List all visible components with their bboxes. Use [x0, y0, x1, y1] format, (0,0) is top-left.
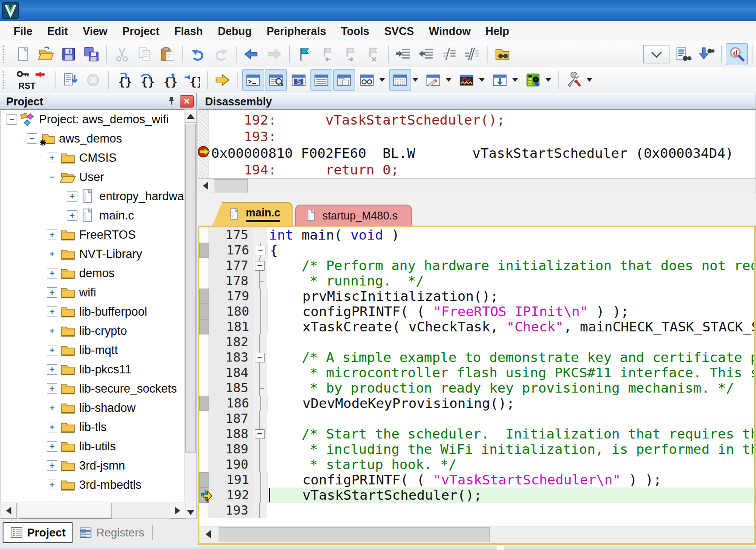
tab-project[interactable]: Project — [3, 522, 73, 543]
expand-toggle[interactable]: + — [47, 460, 57, 471]
disassembly-hscrollbar[interactable] — [198, 178, 756, 194]
step-out-button[interactable]: {} — [158, 69, 180, 91]
show-current-statement-button[interactable] — [212, 69, 233, 91]
registers-window-button[interactable] — [310, 69, 332, 91]
code-text[interactable]: * including the WiFi initialization, is … — [267, 442, 754, 457]
open-folder-button[interactable] — [35, 43, 57, 65]
dropdown-caret-icon[interactable] — [512, 78, 518, 82]
uncomment-button[interactable] — [461, 43, 483, 65]
callstack-window-button[interactable] — [333, 69, 355, 91]
project-tree-hscrollbar[interactable] — [0, 502, 186, 519]
toolbar-grip[interactable] — [3, 71, 8, 89]
expand-toggle[interactable]: + — [47, 249, 57, 259]
scroll-left-button[interactable] — [1, 503, 17, 519]
fold-collapse-toggle[interactable]: − — [255, 353, 265, 362]
tree-item-lib-utils[interactable]: +lib-utils — [0, 437, 186, 456]
scroll-right-button[interactable] — [170, 503, 185, 519]
find-in-files-doc-button[interactable] — [672, 43, 694, 65]
run-button[interactable] — [59, 69, 81, 91]
bookmark-prev-button[interactable] — [317, 43, 338, 65]
pin-icon[interactable] — [165, 95, 178, 108]
scroll-left-button[interactable] — [201, 527, 215, 541]
tree-item-freertos[interactable]: +FreeRTOS — [0, 225, 186, 244]
tree-item-lib-pkcs11[interactable]: +lib-pkcs11 — [0, 360, 186, 379]
debug-session-button[interactable]: d — [726, 43, 748, 65]
menu-svcs[interactable]: SVCS — [377, 21, 422, 41]
tree-item-lib-shadow[interactable]: +lib-shadow — [0, 398, 186, 418]
code-text[interactable]: vDevModeKeyProvisioning(); — [268, 396, 754, 411]
project-tree-vscrollbar[interactable] — [185, 109, 197, 519]
collapse-toggle[interactable]: − — [47, 172, 57, 182]
expand-toggle[interactable]: + — [47, 364, 57, 375]
tree-item-3rd-jsmn[interactable]: +3rd-jsmn — [0, 456, 186, 475]
stop-button[interactable] — [82, 69, 104, 91]
menu-flash[interactable]: Flash — [167, 21, 210, 41]
expand-toggle[interactable]: + — [47, 230, 57, 240]
cut-button[interactable] — [111, 43, 133, 65]
new-file-button[interactable] — [12, 43, 34, 65]
expand-toggle[interactable]: + — [67, 191, 77, 202]
hscroll-thumb[interactable] — [19, 503, 111, 519]
collapse-toggle[interactable]: − — [27, 133, 37, 144]
step-into-button[interactable]: {} — [113, 69, 135, 91]
bookmark-toggle-button[interactable] — [294, 43, 316, 65]
expand-toggle[interactable]: + — [47, 403, 57, 413]
code-text[interactable]: /* Start the scheduler. Initialization t… — [267, 426, 754, 442]
expand-toggle[interactable]: + — [47, 268, 57, 278]
save-all-button[interactable] — [80, 43, 102, 65]
vscroll-thumb[interactable] — [185, 124, 196, 453]
title-bar[interactable] — [0, 0, 756, 21]
tree-item-demos[interactable]: +demos — [0, 264, 186, 283]
analysis-window-button[interactable] — [456, 69, 477, 91]
expand-toggle[interactable]: + — [47, 153, 57, 163]
fold-collapse-toggle[interactable]: − — [256, 246, 265, 255]
code-editor[interactable]: 175int main( void )176−{177− /* Perform … — [199, 227, 754, 526]
find-in-files-folder-button[interactable] — [491, 43, 513, 65]
code-text[interactable]: configPRINTF( ( "vTaskStartScheduler\n" … — [268, 472, 754, 487]
tree-item-aws-demos[interactable]: −aws_demos — [0, 129, 186, 148]
save-button[interactable] — [58, 43, 80, 65]
dropdown-caret-icon[interactable] — [479, 78, 485, 82]
expand-toggle[interactable]: + — [47, 480, 57, 490]
code-text[interactable] — [267, 503, 754, 518]
code-text[interactable]: vTaskStartScheduler(); — [268, 487, 754, 503]
step-over-button[interactable]: {} — [136, 69, 157, 91]
copy-button[interactable] — [134, 43, 156, 65]
serial-window-button[interactable] — [422, 69, 444, 91]
code-text[interactable] — [267, 334, 754, 350]
menu-edit[interactable]: Edit — [40, 21, 75, 41]
project-tree[interactable]: −Project: aws_demos_wifi−aws_demos+CMSIS… — [0, 109, 186, 503]
code-text[interactable]: xTaskCreate( vCheckTask, "Check", mainCH… — [268, 319, 754, 334]
expand-toggle[interactable]: + — [47, 422, 57, 432]
dropdown-caret-icon[interactable] — [379, 78, 385, 82]
incremental-find-button[interactable] — [695, 43, 717, 65]
comment-button[interactable] — [438, 43, 460, 65]
undo-button[interactable] — [187, 43, 209, 65]
tree-item-lib-mqtt[interactable]: +lib-mqtt — [0, 341, 186, 360]
menu-debug[interactable]: Debug — [210, 21, 259, 41]
expand-toggle[interactable]: + — [47, 287, 57, 298]
fold-collapse-toggle[interactable]: − — [255, 429, 265, 439]
editor-tab-main-c[interactable]: main.c — [213, 202, 293, 226]
tab-registers[interactable]: Registers — [73, 523, 150, 542]
disassembly-header[interactable]: Disassembly — [198, 93, 756, 110]
expand-toggle[interactable]: + — [47, 326, 57, 336]
menu-project[interactable]: Project — [115, 21, 167, 41]
collapse-toggle[interactable]: − — [7, 114, 17, 125]
tree-item-main-c[interactable]: +main.c — [0, 206, 186, 225]
code-text[interactable]: /* A simple example to demonstrate key a… — [267, 350, 754, 365]
code-text[interactable]: * microcontroller flash using PKCS#11 in… — [267, 365, 754, 380]
menu-help[interactable]: Help — [478, 21, 516, 41]
indent-button[interactable] — [393, 43, 415, 65]
nav-forward-button[interactable] — [263, 43, 285, 65]
hscroll-thumb[interactable] — [219, 527, 490, 542]
run-to-cursor-button[interactable]: {} — [181, 69, 203, 91]
menu-file[interactable]: File — [6, 21, 40, 41]
code-text[interactable]: * startup hook. */ — [267, 457, 754, 472]
tree-item-project-aws-demos-wifi[interactable]: −Project: aws_demos_wifi — [0, 110, 186, 129]
symbol-window-button[interactable]: S — [288, 69, 310, 91]
tree-item-entropy-hardwa[interactable]: +entropy_hardwa — [0, 187, 186, 206]
watch-window-button[interactable] — [356, 69, 378, 91]
code-text[interactable]: prvMiscInitialization(); — [268, 289, 754, 304]
dropdown-caret-icon[interactable] — [545, 78, 551, 82]
